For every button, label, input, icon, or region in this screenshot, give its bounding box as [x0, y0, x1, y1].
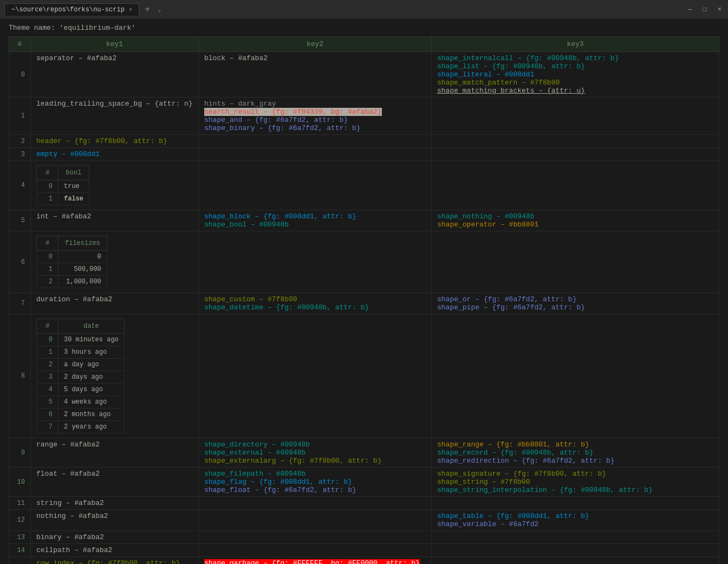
- fs-col-num: #: [37, 236, 58, 251]
- cell-key2-2: [199, 135, 432, 148]
- row-num: 10: [9, 468, 31, 497]
- row-num: 3: [9, 148, 31, 161]
- cell-key3-5: shape_nothing – #00948b shape_operator –…: [432, 210, 719, 231]
- cell-key3-0: shape_internalcall – {fg: #00948b, attr:…: [432, 52, 719, 98]
- fs-col-val: filesizes: [58, 236, 107, 251]
- cell-key2-8: [199, 314, 432, 438]
- cell-key3-15: [432, 557, 719, 565]
- theme-name-line: Theme name: 'equilibrium-dark': [0, 20, 728, 36]
- tab-close-icon[interactable]: ×: [129, 7, 133, 13]
- restore-button[interactable]: □: [701, 5, 709, 15]
- cell-key1-5: int – #afaba2: [31, 210, 199, 231]
- cell-key2-14: [199, 544, 432, 557]
- cell-key2-7: shape_custom – #7f8b00 shape_datetime – …: [199, 293, 432, 314]
- row-num: 8: [9, 314, 31, 438]
- row-num: 15: [9, 557, 31, 565]
- table-row: 12 nothing – #afaba2 shape_table – {fg: …: [9, 510, 719, 531]
- new-tab-button[interactable]: +: [141, 5, 153, 15]
- col-header-key2: key2: [199, 37, 432, 52]
- cell-key3-12: shape_table – {fg: #008dd1, attr: b} sha…: [432, 510, 719, 531]
- cell-key2-9: shape_directory – #00948b shape_external…: [199, 438, 432, 468]
- table-row: 2 header – {fg: #7f8b00, attr: b}: [9, 135, 719, 148]
- cell-key3-3: [432, 148, 719, 161]
- cell-key1-0: separator – #afaba2: [31, 52, 199, 98]
- bool-table: # bool 0 true 1 false: [36, 165, 89, 205]
- row-num: 1: [9, 98, 31, 135]
- bool-col-num: #: [37, 166, 58, 180]
- table-header-row: # key1 key2 key3: [9, 37, 719, 52]
- tab-dropdown-icon[interactable]: ⌄: [155, 6, 164, 13]
- cell-key3-1: [432, 98, 719, 135]
- cell-key3-13: [432, 531, 719, 544]
- row-num: 12: [9, 510, 31, 531]
- table-row: 11 string – #afaba2: [9, 497, 719, 510]
- cell-key3-9: shape_range – {fg: #bb8801, attr: b} sha…: [432, 438, 719, 468]
- cell-key1-9: range – #afaba2: [31, 438, 199, 468]
- cell-key2-11: [199, 497, 432, 510]
- cell-key3-8: [432, 314, 719, 438]
- data-table: # key1 key2 key3 0 separator – #afaba2 b…: [9, 36, 719, 564]
- cell-key1-1: leading_trailing_space_bg – {attr: n}: [31, 98, 199, 135]
- row-num: 0: [9, 52, 31, 98]
- row-num: 7: [9, 293, 31, 314]
- row-num: 13: [9, 531, 31, 544]
- table-row: 4 # bool 0 true: [9, 161, 719, 210]
- tab-bar: ~\source\repos\forks\nu-scrip × + ⌄: [4, 3, 686, 16]
- table-row: 13 binary – #afaba2: [9, 531, 719, 544]
- cell-key1-15: row_index – {fg: #7f8b00, attr: b}: [31, 557, 199, 565]
- cell-key3-4: [432, 161, 719, 210]
- cell-key2-12: [199, 510, 432, 531]
- title-bar: ~\source\repos\forks\nu-scrip × + ⌄ ─ □ …: [0, 0, 728, 20]
- cell-key1-8: # date 0 30 minutes ago 1 3 hours: [31, 314, 199, 438]
- cell-key2-5: shape_block – {fg: #008dd1, attr: b} sha…: [199, 210, 432, 231]
- cell-key3-14: [432, 544, 719, 557]
- table-row: 7 duration – #afaba2 shape_custom – #7f8…: [9, 293, 719, 314]
- table-row: 9 range – #afaba2 shape_directory – #009…: [9, 438, 719, 468]
- table-row: 6 # filesizes 0 0: [9, 231, 719, 293]
- table-row: 8 # date 0 30 minutes ago: [9, 314, 719, 438]
- cell-key3-7: shape_or – {fg: #6a7fd2, attr: b} shape_…: [432, 293, 719, 314]
- row-num: 14: [9, 544, 31, 557]
- cell-key3-2: [432, 135, 719, 148]
- cell-key1-13: binary – #afaba2: [31, 531, 199, 544]
- cell-key1-12: nothing – #afaba2: [31, 510, 199, 531]
- cell-key2-6: [199, 231, 432, 293]
- minimize-button[interactable]: ─: [686, 5, 694, 15]
- row-num: 5: [9, 210, 31, 231]
- date-table: # date 0 30 minutes ago 1 3 hours: [36, 319, 125, 433]
- cell-key1-10: float – #afaba2: [31, 468, 199, 497]
- cell-key3-11: [432, 497, 719, 510]
- table-row: 1 leading_trailing_space_bg – {attr: n} …: [9, 98, 719, 135]
- cell-key2-13: [199, 531, 432, 544]
- dt-col-val: date: [58, 319, 125, 334]
- cell-key1-4: # bool 0 true 1 false: [31, 161, 199, 210]
- cell-key1-11: string – #afaba2: [31, 497, 199, 510]
- cell-key3-10: shape_signature – {fg: #7f8b00, attr: b}…: [432, 468, 719, 497]
- cell-key2-3: [199, 148, 432, 161]
- cell-key2-4: [199, 161, 432, 210]
- row-num: 9: [9, 438, 31, 468]
- close-window-button[interactable]: ×: [716, 5, 724, 15]
- window-controls: ─ □ ×: [686, 5, 724, 15]
- cell-key1-7: duration – #afaba2: [31, 293, 199, 314]
- filesizes-table: # filesizes 0 0 1 500,000: [36, 236, 107, 288]
- cell-key1-6: # filesizes 0 0 1 500,000: [31, 231, 199, 293]
- table-row: 3 empty – #008dd1: [9, 148, 719, 161]
- row-num: 11: [9, 497, 31, 510]
- col-header-num: #: [9, 37, 31, 52]
- active-tab[interactable]: ~\source\repos\forks\nu-scrip ×: [4, 3, 139, 16]
- table-row: 0 separator – #afaba2 block – #afaba2 sh…: [9, 52, 719, 98]
- row-num: 6: [9, 231, 31, 293]
- row-num: 2: [9, 135, 31, 148]
- cell-key1-3: empty – #008dd1: [31, 148, 199, 161]
- cell-key2-15: shape_garbage – {fg: #FFFFFF, bg: #FF000…: [199, 557, 432, 565]
- dt-col-num: #: [37, 319, 58, 334]
- tab-label: ~\source\repos\forks\nu-scrip: [11, 6, 125, 14]
- cell-key1-14: cellpath – #afaba2: [31, 544, 199, 557]
- main-content: # key1 key2 key3 0 separator – #afaba2 b…: [0, 36, 728, 564]
- cell-key1-2: header – {fg: #7f8b00, attr: b}: [31, 135, 199, 148]
- table-row: 14 cellpath – #afaba2: [9, 544, 719, 557]
- table-row: 5 int – #afaba2 shape_block – {fg: #008d…: [9, 210, 719, 231]
- table-row: 15 row_index – {fg: #7f8b00, attr: b} sh…: [9, 557, 719, 565]
- cell-key2-1: hints – dark_gray search_result – {fg: #…: [199, 98, 432, 135]
